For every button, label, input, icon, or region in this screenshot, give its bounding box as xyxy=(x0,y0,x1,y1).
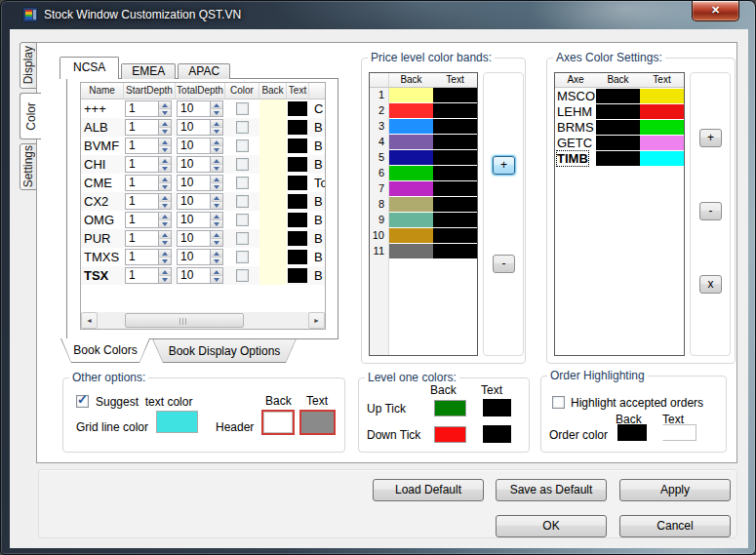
add-band-button[interactable]: + xyxy=(493,156,515,175)
band-back-swatch[interactable] xyxy=(389,181,433,197)
tab-emea[interactable]: EMEA xyxy=(121,63,176,79)
band-text-swatch[interactable] xyxy=(433,88,477,103)
spinner-down-icon[interactable] xyxy=(158,108,171,116)
color-checkbox[interactable] xyxy=(236,139,249,152)
spinner-up-icon[interactable] xyxy=(210,157,222,164)
spinner-down-icon[interactable] xyxy=(210,127,222,135)
bottom-tab-book-colors[interactable]: Book Colors xyxy=(60,338,150,363)
load-default-button[interactable]: Load Default xyxy=(373,479,484,501)
cell-text[interactable] xyxy=(287,192,309,211)
band-text-swatch[interactable] xyxy=(433,150,477,166)
header-text-swatch[interactable] xyxy=(299,410,336,435)
band-text-swatch[interactable] xyxy=(433,119,477,135)
axe-text-swatch[interactable] xyxy=(640,120,684,135)
axes-row[interactable]: GETC xyxy=(555,135,684,150)
axes-row[interactable]: MSCO xyxy=(555,88,684,103)
startdepth-spinner[interactable]: 1 xyxy=(125,193,172,210)
color-checkbox[interactable] xyxy=(236,251,249,263)
book-table-row[interactable]: CX2110B xyxy=(81,192,326,211)
band-text-swatch[interactable] xyxy=(433,197,477,213)
cell-text[interactable] xyxy=(287,229,309,248)
band-text-swatch[interactable] xyxy=(433,244,477,259)
band-back-swatch[interactable] xyxy=(389,166,433,181)
horizontal-scrollbar[interactable]: ◄ ► xyxy=(81,312,325,329)
spinner-down-icon[interactable] xyxy=(158,201,171,209)
apply-button[interactable]: Apply xyxy=(619,479,731,501)
column-header-totaldepth[interactable]: TotalDepth xyxy=(176,83,225,99)
axe-text-swatch[interactable] xyxy=(640,136,684,150)
startdepth-spinner[interactable]: 1 xyxy=(125,100,172,117)
axe-back-swatch[interactable] xyxy=(596,89,640,103)
spinner-down-icon[interactable] xyxy=(158,257,171,264)
color-checkbox[interactable] xyxy=(236,177,249,189)
cell-back[interactable] xyxy=(259,266,287,285)
band-text-swatch[interactable] xyxy=(433,135,477,150)
spinner-up-icon[interactable] xyxy=(158,268,171,275)
axe-back-swatch[interactable] xyxy=(596,151,640,166)
suggest-text-color-checkbox[interactable]: ✓ xyxy=(76,395,89,408)
column-header-name[interactable]: Name xyxy=(81,83,124,99)
axe-text-swatch[interactable] xyxy=(640,89,684,103)
remove-band-button[interactable]: - xyxy=(493,255,515,273)
cell-back[interactable] xyxy=(259,174,287,192)
totaldepth-spinner[interactable]: 10 xyxy=(177,100,223,117)
spinner-up-icon[interactable] xyxy=(210,213,222,219)
spinner-down-icon[interactable] xyxy=(210,145,222,153)
totaldepth-spinner[interactable]: 10 xyxy=(177,193,223,210)
startdepth-spinner[interactable]: 1 xyxy=(125,230,172,247)
totaldepth-spinner[interactable]: 10 xyxy=(177,267,223,284)
spinner-up-icon[interactable] xyxy=(158,194,171,201)
axes-row[interactable]: TIMB xyxy=(555,150,684,166)
startdepth-spinner[interactable]: 1 xyxy=(125,156,172,173)
color-checkbox[interactable] xyxy=(236,121,249,134)
spinner-up-icon[interactable] xyxy=(158,213,171,219)
header-back-swatch[interactable] xyxy=(261,410,295,435)
totaldepth-spinner[interactable]: 10 xyxy=(177,156,223,173)
band-back-swatch[interactable] xyxy=(389,150,433,166)
spinner-down-icon[interactable] xyxy=(210,238,222,246)
cell-back[interactable] xyxy=(259,248,287,266)
book-table-row[interactable]: PUR110B xyxy=(81,229,326,248)
spinner-down-icon[interactable] xyxy=(210,219,222,227)
color-checkbox[interactable] xyxy=(236,214,249,226)
spinner-up-icon[interactable] xyxy=(210,101,222,108)
spinner-down-icon[interactable] xyxy=(210,164,222,172)
spinner-up-icon[interactable] xyxy=(158,101,171,108)
cell-text[interactable] xyxy=(287,137,309,155)
book-table-row[interactable]: +++110C xyxy=(81,99,326,118)
down-tick-text-swatch[interactable] xyxy=(483,425,511,443)
book-table-row[interactable]: TSX110B xyxy=(81,266,326,285)
spinner-down-icon[interactable] xyxy=(210,201,222,209)
band-back-swatch[interactable] xyxy=(389,213,433,228)
totaldepth-spinner[interactable]: 10 xyxy=(177,249,223,265)
cell-back[interactable] xyxy=(259,137,287,155)
axe-text-swatch[interactable] xyxy=(640,104,684,119)
cell-back[interactable] xyxy=(259,211,287,229)
order-back-swatch[interactable] xyxy=(617,424,647,441)
scroll-right-icon[interactable]: ► xyxy=(308,312,325,329)
spinner-up-icon[interactable] xyxy=(158,231,171,238)
totaldepth-spinner[interactable]: 10 xyxy=(177,212,223,228)
up-tick-text-swatch[interactable] xyxy=(483,399,511,416)
totaldepth-spinner[interactable]: 10 xyxy=(177,119,223,136)
spinner-down-icon[interactable] xyxy=(158,127,171,135)
spinner-down-icon[interactable] xyxy=(158,219,171,227)
axes-row[interactable]: LEHM xyxy=(555,103,684,119)
band-text-swatch[interactable] xyxy=(433,103,477,119)
cell-text[interactable] xyxy=(287,266,309,285)
cell-back[interactable] xyxy=(259,229,287,248)
totaldepth-spinner[interactable]: 10 xyxy=(177,138,223,154)
spinner-up-icon[interactable] xyxy=(158,250,171,257)
band-back-swatch[interactable] xyxy=(389,135,433,150)
tab-ncsa[interactable]: NCSA xyxy=(60,57,119,79)
spinner-down-icon[interactable] xyxy=(158,164,171,172)
book-table-row[interactable]: TMXS110B xyxy=(81,248,326,266)
spinner-up-icon[interactable] xyxy=(158,157,171,164)
color-checkbox[interactable] xyxy=(236,195,249,208)
cell-text[interactable] xyxy=(287,118,309,137)
startdepth-spinner[interactable]: 1 xyxy=(125,267,172,284)
delete-axe-button[interactable]: x xyxy=(699,275,722,294)
startdepth-spinner[interactable]: 1 xyxy=(125,138,172,154)
cell-back[interactable] xyxy=(259,192,287,211)
startdepth-spinner[interactable]: 1 xyxy=(125,175,172,191)
